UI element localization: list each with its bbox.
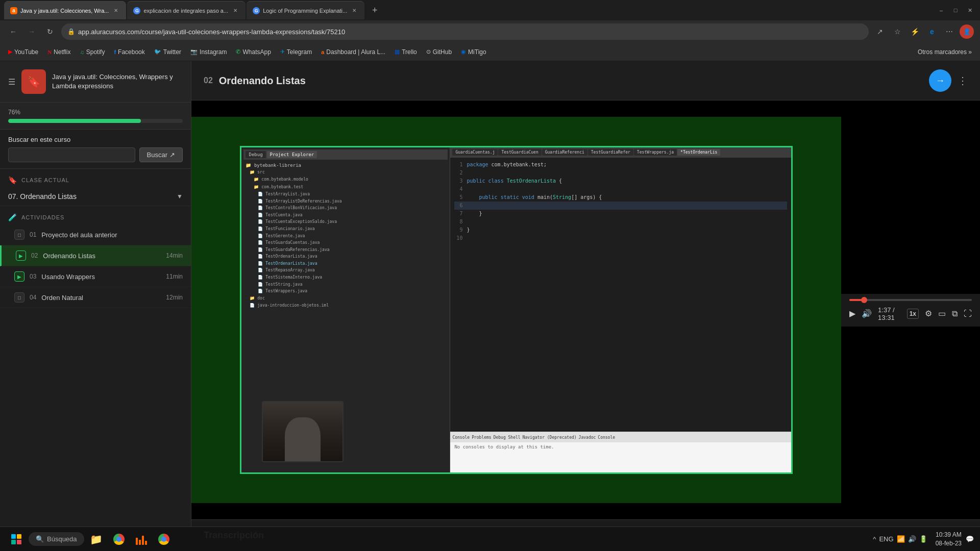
tab-close-3[interactable]: ✕	[350, 7, 358, 15]
bookmark-whatsapp[interactable]: ✆ WhatsApp	[232, 46, 275, 58]
telegram-label: Telegram	[287, 48, 312, 56]
bookmark-instagram[interactable]: 📷 Instagram	[186, 46, 231, 58]
maximize-button[interactable]: □	[949, 4, 962, 16]
progress-bar-fill	[8, 119, 141, 123]
lesson-item-4[interactable]: □ 04 Orden Natural 12min	[0, 287, 191, 308]
test-ordenar-tab: *TestOrdenarLis	[677, 149, 720, 156]
tab-2[interactable]: G explicacion de integrales paso a... ✕	[127, 1, 246, 19]
code-line-4: 4	[454, 185, 787, 193]
bookmark-facebook[interactable]: f Facebook	[110, 46, 149, 58]
tab-close-1[interactable]: ✕	[112, 7, 120, 15]
bookmark-youtube[interactable]: ▶ YouTube	[4, 46, 42, 58]
bookmark-twitter[interactable]: 🐦 Twitter	[150, 46, 185, 58]
tab-1[interactable]: a Java y java.util: Colecciones, Wra... …	[4, 1, 126, 19]
lesson-number-badge: 02	[204, 76, 213, 85]
file-explorer-taskbar[interactable]: 📁	[86, 529, 107, 549]
lesson-num-4: 04	[30, 294, 36, 301]
progress-dot	[861, 297, 867, 303]
bookmark-netflix[interactable]: N Netflix	[43, 46, 75, 58]
code-line-10: 10	[454, 234, 787, 242]
bookmark-telegram[interactable]: ✈ Telegram	[276, 46, 316, 58]
back-button[interactable]: ←	[6, 24, 20, 39]
edge-icon[interactable]: e	[925, 24, 939, 39]
activities-section: 🧪 ACTIVIDADES	[0, 206, 191, 224]
reload-button[interactable]: ↻	[43, 24, 57, 39]
current-class-section: 🔖 CLASE ACTUAL	[0, 169, 191, 187]
lesson-item-3[interactable]: ▶ 03 Usando Wrappers 11min	[0, 266, 191, 287]
notification-icon[interactable]: 💬	[966, 535, 974, 543]
extensions-icon[interactable]: ⚡	[908, 24, 922, 39]
equalizer-taskbar[interactable]	[131, 529, 152, 549]
chapter-item[interactable]: 07. Ordenando Listas ▼	[0, 187, 191, 206]
twitter-icon: 🐦	[154, 48, 161, 55]
ide-toolbar-left: Debug Project Explorer	[243, 149, 448, 160]
lesson-item-2[interactable]: ▶ 02 Ordenando Listas 14min	[0, 245, 191, 266]
play-button[interactable]: ▶	[849, 309, 855, 318]
search-input[interactable]	[8, 147, 135, 162]
address-bar[interactable]: 🔒 app.aluracursos.com/course/java-util-c…	[61, 23, 869, 40]
bookmark-github[interactable]: ⊙ GitHub	[422, 46, 456, 58]
lesson-item-1[interactable]: □ 01 Proyecto del aula anterior	[0, 224, 191, 245]
start-button[interactable]	[6, 529, 27, 549]
chrome-taskbar-2[interactable]	[154, 529, 174, 549]
settings-button[interactable]: ⚙	[925, 309, 932, 318]
up-arrow-icon[interactable]: ^	[873, 535, 876, 543]
tab-3[interactable]: G Logic of Programming Explanati... ✕	[247, 1, 364, 19]
video-header: 02 Ordenando Listas → ⋮	[191, 61, 980, 101]
taskbar-clock: 10:39 AM 08-feb-23	[936, 531, 962, 548]
profile-avatar[interactable]: 👤	[960, 24, 974, 39]
bookmarks-bar: ▶ YouTube N Netflix ♫ Spotify f Facebook…	[0, 43, 980, 61]
bookmark-icon: 🔖	[8, 176, 17, 184]
bookmark-star-icon[interactable]: ☆	[890, 24, 904, 39]
video-container: Debug Project Explorer 📁 bytebank-librer…	[191, 101, 980, 519]
sidebar-toggle-button[interactable]: ☰	[8, 77, 15, 87]
progress-played	[849, 299, 864, 301]
forward-button[interactable]: →	[24, 24, 39, 39]
code-line-5: 5 public static void main(String[] args)…	[454, 193, 787, 202]
test-guardia-tab: TestGuardiaCuen	[498, 149, 541, 156]
lesson-num-3: 03	[30, 273, 36, 280]
ide-toolbar-right: GuardiaCuentas.j TestGuardiaCuen Guardia…	[450, 147, 791, 158]
console-output: No consoles to display at this time.	[450, 442, 791, 452]
fullscreen-button[interactable]: ⛶	[964, 309, 972, 318]
more-tools-icon[interactable]: ⋯	[942, 24, 957, 39]
bookmark-spotify[interactable]: ♫ Spotify	[76, 46, 109, 58]
bookmark-mitigo[interactable]: ◉ MiTigo	[457, 46, 491, 58]
more-options-button[interactable]: ⋮	[958, 74, 968, 87]
taskbar-search[interactable]: 🔍 Búsqueda	[29, 532, 84, 546]
netflix-label: Netflix	[54, 48, 70, 56]
bookmark-trello[interactable]: ▦ Trello	[390, 46, 421, 58]
address-bar-row: ← → ↻ 🔒 app.aluracursos.com/course/java-…	[0, 20, 980, 43]
close-button[interactable]: ✕	[964, 4, 976, 16]
debug-tab: Debug	[246, 151, 265, 158]
chrome-taskbar-1[interactable]	[109, 529, 129, 549]
new-tab-button[interactable]: +	[368, 3, 382, 17]
lesson-num-1: 01	[30, 231, 36, 238]
console-panel: Console Problems Debug Shell Navigator (…	[450, 432, 791, 472]
theater-mode-button[interactable]: ▭	[938, 309, 946, 318]
lesson-title-2: Ordenando Listas	[43, 252, 161, 260]
lesson-icon-3: ▶	[14, 271, 24, 282]
speed-button[interactable]: 1x	[907, 309, 919, 319]
share-icon[interactable]: ↗	[873, 24, 887, 39]
search-button[interactable]: Buscar ↗	[139, 147, 183, 162]
dashboard-label: Dashboard | Alura L...	[326, 48, 385, 56]
tab-close-2[interactable]: ✕	[231, 7, 239, 15]
next-lesson-button[interactable]: →	[929, 69, 951, 92]
bookmark-dashboard[interactable]: a Dashboard | Alura L...	[317, 46, 389, 58]
search-section-label: Buscar en este curso	[8, 136, 183, 143]
progress-timeline[interactable]	[849, 299, 972, 301]
code-area: 1 package com.bytebank.test; 2 3 public …	[450, 159, 791, 244]
javadoc-tab: Javadoc	[579, 435, 596, 440]
video-inner: Debug Project Explorer 📁 bytebank-librer…	[240, 146, 792, 474]
minimize-button[interactable]: –	[935, 4, 947, 16]
windows-logo	[11, 534, 21, 544]
more-bookmarks[interactable]: Otros marcadores »	[914, 46, 976, 58]
tab-favicon-2: G	[133, 7, 140, 14]
volume-button[interactable]: 🔊	[862, 309, 872, 318]
console-tab: Console	[452, 435, 470, 440]
twitter-label: Twitter	[163, 48, 181, 56]
lesson-duration-2: 14min	[166, 252, 183, 259]
test-guardia-ref-tab: TestGuardiaRefer	[588, 149, 633, 156]
picture-in-picture-button[interactable]: ⧉	[952, 309, 958, 318]
